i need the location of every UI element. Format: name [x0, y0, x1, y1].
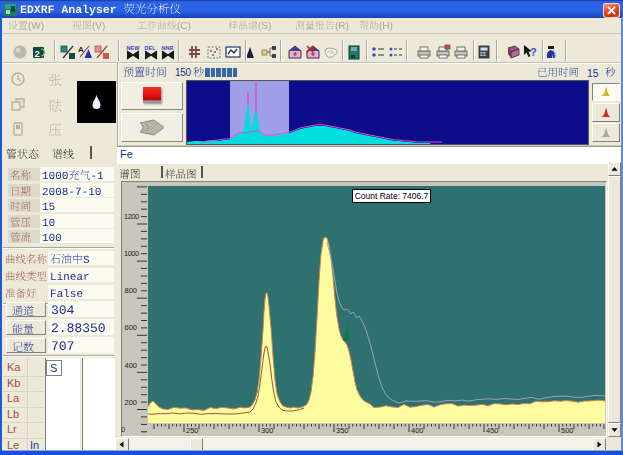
svg-text:NEW: NEW [127, 45, 141, 51]
svg-text:2: 2 [35, 48, 40, 59]
svg-text:NNR: NNR [162, 45, 174, 51]
svg-text:DEL: DEL [145, 45, 157, 51]
svg-text:?: ? [530, 46, 537, 58]
